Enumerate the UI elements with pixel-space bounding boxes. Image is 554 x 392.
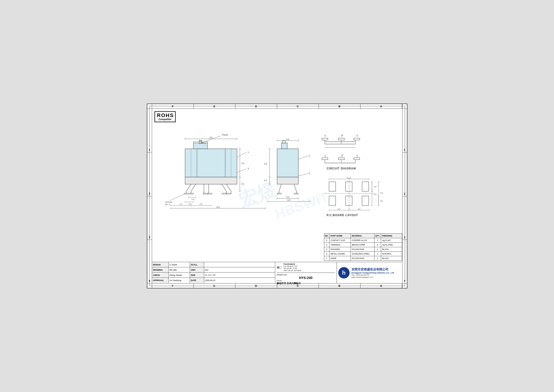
- svg-rect-27: [226, 193, 231, 194]
- bom-row: 1 KNOB NYLON PA46 1 BLACK: [324, 256, 402, 260]
- bom-cell-name: CONTACT CLIP: [329, 238, 351, 242]
- svg-rect-113: [339, 138, 344, 140]
- bom-cell-name: HOUSING: [329, 247, 351, 252]
- row-markers-right: 1 2 3 4: [402, 109, 407, 283]
- svg-text:3.0: 3.0: [286, 196, 289, 198]
- col-e: E: [194, 104, 235, 109]
- bom-row: 5 CONTACT CLIP COPPER ALLOY 2 Ag CLAD: [324, 238, 402, 243]
- svg-rect-138: [362, 196, 368, 205]
- row-3-right: 3: [402, 196, 407, 240]
- date-value: 2020-06-10: [204, 278, 275, 283]
- svg-text:9.0: 9.0: [209, 136, 212, 139]
- bom-cell-qty: 1: [374, 256, 381, 260]
- svg-rect-136: [345, 196, 352, 205]
- company-logo: h: [338, 267, 350, 279]
- row-2-left: 2: [147, 152, 152, 196]
- svg-text:0.3: 0.3: [192, 198, 194, 201]
- svg-rect-125: [322, 158, 328, 160]
- bom-cell-no: 2: [324, 252, 329, 256]
- bom-table: NO. PART NAME MATERIAL QTY. FINISHING 5 …: [324, 233, 402, 261]
- tolerance-xx2: .XX ±0.20 .X°±1°: [283, 267, 302, 269]
- svg-text:3.5: 3.5: [241, 162, 244, 165]
- svg-text:2.0: 2.0: [241, 183, 244, 185]
- svg-text:3-1.2: 3-1.2: [346, 177, 351, 179]
- design-label: DESIGN: [152, 262, 169, 267]
- bom-col-material: MATERIAL: [351, 234, 374, 238]
- svg-text:Terminal: Terminal: [165, 201, 172, 203]
- svg-line-10: [186, 184, 191, 191]
- company-info: h 东莞市宏煜盛实业有限公司 Dongguan hongyusheng Indu…: [338, 267, 394, 279]
- svg-line-16: [222, 184, 226, 191]
- col-a: A: [360, 104, 402, 109]
- title-label: TITLE:: [277, 280, 335, 282]
- svg-text:④: ④: [324, 155, 326, 157]
- svg-text:2.0: 2.0: [374, 186, 377, 188]
- bom-cell-material: NYLON PA46: [351, 256, 374, 260]
- page: F E D C B A F E D C B A 1 2 3 4 1 2 3 4 …: [147, 104, 407, 288]
- bom-cell-material: COPPER ALLOY: [351, 238, 374, 242]
- company-website: https://www.hystypec.com: [352, 276, 394, 278]
- company-text: 东莞市宏煜盛实业有限公司 Dongguan hongyusheng Indust…: [352, 267, 394, 278]
- svg-text:C: C: [342, 134, 343, 136]
- svg-line-12: [191, 184, 196, 191]
- bom-cell-qty: 1: [374, 252, 381, 256]
- company-name-en: Dongguan hongyusheng Industry Co., Ltd: [352, 272, 394, 274]
- size-label: SIZE: [190, 273, 204, 278]
- projection-symbol: ⊕□: [277, 266, 281, 269]
- scall-label: SCALL: [190, 262, 204, 267]
- bom-cell-qty: 6: [374, 243, 381, 247]
- svg-line-83: [279, 184, 281, 191]
- svg-rect-3: [193, 143, 208, 149]
- svg-rect-134: [329, 196, 336, 205]
- svg-text:⑥: ⑥: [356, 155, 358, 157]
- svg-rect-82: [277, 177, 298, 184]
- svg-line-40: [237, 152, 246, 157]
- bom-col-finish: FINISHING: [381, 234, 398, 238]
- bom-cell-no: 4: [324, 243, 329, 247]
- size-value: A4: 210 * 297: [204, 273, 275, 278]
- col-a-bottom: A: [360, 283, 402, 288]
- row-markers-left: 1 2 3 4: [147, 109, 152, 283]
- title-block: DESIGN Li Jinwei SCALL DRAWING Wu Qifa U…: [152, 262, 402, 283]
- svg-text:2.0: 2.0: [380, 200, 383, 202]
- bom-cell-material: NYLON PA46: [351, 247, 374, 252]
- svg-rect-135: [345, 182, 352, 191]
- row-1-left: 1: [147, 109, 152, 152]
- svg-text:4: 4: [309, 172, 310, 175]
- svg-line-80: [298, 174, 308, 176]
- bom-cell-finish: BLACK: [381, 256, 398, 260]
- drawing-label: DRAWING: [152, 267, 169, 272]
- svg-text:2.5: 2.5: [358, 208, 360, 210]
- col-d: D: [235, 104, 277, 109]
- svg-rect-77: [282, 140, 285, 143]
- bom-cell-no: 3: [324, 247, 329, 252]
- company-tel: TEL: 0769-81230179: [352, 274, 394, 276]
- bom-header-row: NO. PART NAME MATERIAL QTY. FINISHING: [324, 234, 402, 238]
- title-value: 拨动开关 立式六脚贴片: [277, 282, 335, 285]
- svg-rect-76: [281, 143, 287, 149]
- svg-text:3.6: 3.6: [380, 192, 383, 194]
- svg-line-72: [170, 194, 184, 201]
- tolerance-title: TOLERANCE: [283, 263, 302, 265]
- svg-rect-85: [277, 193, 281, 194]
- svg-rect-24: [203, 193, 207, 194]
- row-3-left: 3: [147, 196, 152, 240]
- svg-text:3.5: 3.5: [286, 138, 289, 140]
- bom-cell-material: BRASS STRIP: [351, 243, 374, 247]
- date-label: DATE: [190, 278, 204, 283]
- svg-rect-23: [189, 193, 193, 194]
- svg-text:1.5: 1.5: [201, 141, 203, 144]
- bom-row: 2 METAL COVER STAINLESS STEEL 1 NATURAL: [324, 252, 402, 256]
- col-b: B: [319, 104, 360, 109]
- design-value: Li Jinwei: [169, 262, 190, 267]
- svg-text:1: 1: [248, 151, 249, 153]
- row-1-right: 1: [402, 109, 407, 152]
- svg-text:2: 2: [309, 154, 310, 157]
- svg-rect-25: [208, 193, 212, 194]
- bom-cell-qty: 2: [374, 238, 381, 242]
- svg-rect-2: [185, 149, 237, 177]
- svg-text:C: C: [342, 154, 343, 156]
- svg-text:2.5: 2.5: [338, 208, 340, 210]
- company-name-cn: 东莞市宏煜盛实业有限公司: [352, 267, 394, 272]
- unit-value: mm: [204, 267, 275, 272]
